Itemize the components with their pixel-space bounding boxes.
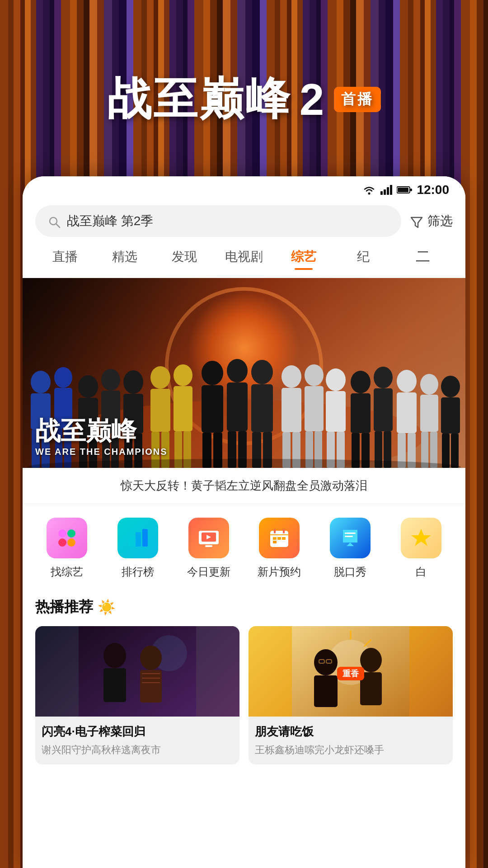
hot-card-2[interactable]: 重香 朋友请吃饭 王栎鑫杨迪嗦完小龙虾还嗓手 xyxy=(249,626,453,764)
svg-rect-99 xyxy=(283,529,285,533)
hot-card-1[interactable]: 闪亮4·电子榨菜回归 谢兴阳守护高秋梓逃离夜市 xyxy=(35,626,239,764)
svg-rect-65 xyxy=(351,393,371,433)
status-icons: 12:00 xyxy=(362,183,449,197)
svg-rect-69 xyxy=(374,388,393,431)
subtitle-bar: 惊天大反转！黄子韬左立逆风翻盘全员激动落泪 xyxy=(23,468,465,504)
search-input[interactable]: 战至巅峰 第2季 xyxy=(35,205,401,237)
category-label-2: 今日更新 xyxy=(187,565,230,579)
banner[interactable]: 战至巅峰 WE ARE THE CHAMPIONS xyxy=(23,278,465,468)
svg-rect-53 xyxy=(282,388,301,432)
tab-doc[interactable]: 纪 xyxy=(333,245,393,269)
svg-rect-91 xyxy=(142,529,148,547)
tab-tv[interactable]: 电视剧 xyxy=(214,245,274,269)
svg-rect-2 xyxy=(384,189,386,195)
tab-live[interactable]: 直播 xyxy=(35,245,95,269)
svg-rect-1 xyxy=(380,191,383,195)
banner-english-title: WE ARE THE CHAMPIONS xyxy=(35,447,168,457)
banner-chinese-title: 战至巅峰 xyxy=(35,417,168,445)
variety-icon xyxy=(47,518,87,558)
subtitle-text: 惊天大反转！黄子韬左立逆风翻盘全员激动落泪 xyxy=(121,479,367,492)
status-bar: 12:00 xyxy=(23,176,465,201)
svg-rect-57 xyxy=(305,386,324,431)
svg-rect-111 xyxy=(140,670,162,703)
hot-card-1-image xyxy=(35,626,239,717)
svg-rect-103 xyxy=(273,541,277,543)
category-label-0: 找综艺 xyxy=(51,565,83,579)
svg-point-28 xyxy=(123,370,143,394)
hot-grid: 闪亮4·电子榨菜回归 谢兴阳守护高秋梓逃离夜市 xyxy=(35,626,453,764)
svg-point-36 xyxy=(174,364,192,386)
svg-point-12 xyxy=(31,371,51,393)
nav-tabs: 直播 精选 发现 电视剧 综艺 纪 二 xyxy=(23,243,465,278)
svg-rect-83 xyxy=(451,434,459,468)
filter-label: 筛选 xyxy=(427,212,453,230)
svg-rect-109 xyxy=(103,668,126,702)
svg-rect-121 xyxy=(314,675,338,707)
hot-card-2-title: 朋友请吃饭 xyxy=(255,724,446,740)
status-time: 12:00 xyxy=(417,183,449,197)
svg-rect-77 xyxy=(420,395,438,432)
svg-point-110 xyxy=(140,646,162,670)
ranking-icon xyxy=(117,518,158,558)
hot-card-2-image: 重香 xyxy=(249,626,453,717)
svg-rect-61 xyxy=(326,391,346,432)
svg-point-48 xyxy=(251,360,273,384)
svg-rect-41 xyxy=(202,385,223,433)
category-row: 找综艺 排行榜 xyxy=(23,504,465,588)
category-item-ranking[interactable]: 排行榜 xyxy=(103,518,174,579)
svg-rect-95 xyxy=(205,545,212,547)
svg-rect-97 xyxy=(270,534,288,535)
category-item-other[interactable]: 白 xyxy=(385,518,456,579)
svg-rect-73 xyxy=(397,392,417,433)
tab-discover[interactable]: 发现 xyxy=(155,245,214,269)
svg-rect-37 xyxy=(174,386,192,431)
other-icon xyxy=(401,518,441,558)
svg-point-60 xyxy=(326,368,346,391)
svg-point-85 xyxy=(58,529,66,538)
svg-point-8 xyxy=(50,217,57,225)
hot-title-text: 热播推荐 xyxy=(35,597,93,617)
wifi-icon xyxy=(362,185,376,195)
tab-more[interactable]: 二 xyxy=(393,243,453,270)
svg-point-20 xyxy=(78,375,98,398)
svg-rect-90 xyxy=(136,532,141,547)
svg-rect-4 xyxy=(390,185,392,195)
hero-section: 战至巅峰 2 首播 xyxy=(0,0,488,199)
svg-rect-81 xyxy=(441,397,460,434)
hot-sun-icon: ☀️ xyxy=(98,599,116,616)
svg-rect-79 xyxy=(430,432,437,468)
category-item-today[interactable]: 今日更新 xyxy=(173,518,244,579)
hot-card-1-desc: 谢兴阳守护高秋梓逃离夜市 xyxy=(42,743,233,757)
svg-line-9 xyxy=(56,224,60,227)
hot-card-2-desc: 王栎鑫杨迪嗦完小龙虾还嗓手 xyxy=(255,743,446,757)
svg-rect-100 xyxy=(273,537,277,540)
category-item-talk[interactable]: 脱口秀 xyxy=(315,518,386,579)
category-item-variety[interactable]: 找综艺 xyxy=(32,518,103,579)
svg-rect-6 xyxy=(398,188,408,192)
svg-point-44 xyxy=(227,359,248,382)
hot-title: 热播推荐 ☀️ xyxy=(35,597,453,617)
hot-card-2-info: 朋友请吃饭 王栎鑫杨迪嗦完小龙虾还嗓手 xyxy=(249,717,453,764)
svg-text:重香: 重香 xyxy=(343,669,359,678)
hero-title: 战至巅峰 2 首播 xyxy=(107,70,381,129)
svg-point-72 xyxy=(397,370,417,392)
category-item-booking[interactable]: 新片预约 xyxy=(244,518,315,579)
svg-point-64 xyxy=(351,371,371,393)
svg-point-88 xyxy=(67,538,75,547)
svg-point-68 xyxy=(374,367,393,388)
filter-button[interactable]: 筛选 xyxy=(410,212,453,230)
svg-rect-101 xyxy=(277,537,281,540)
tab-selected[interactable]: 精选 xyxy=(95,245,155,269)
svg-marker-10 xyxy=(411,217,422,227)
svg-point-108 xyxy=(103,643,126,668)
svg-point-52 xyxy=(282,365,301,388)
svg-point-80 xyxy=(441,376,460,397)
svg-rect-105 xyxy=(345,536,353,537)
battery-icon xyxy=(397,186,412,194)
svg-point-56 xyxy=(305,364,324,386)
talk-icon xyxy=(330,518,371,558)
svg-rect-7 xyxy=(410,189,412,191)
search-text: 战至巅峰 第2季 xyxy=(67,212,153,230)
tab-variety[interactable]: 综艺 xyxy=(274,245,333,269)
category-label-5: 白 xyxy=(416,565,427,579)
